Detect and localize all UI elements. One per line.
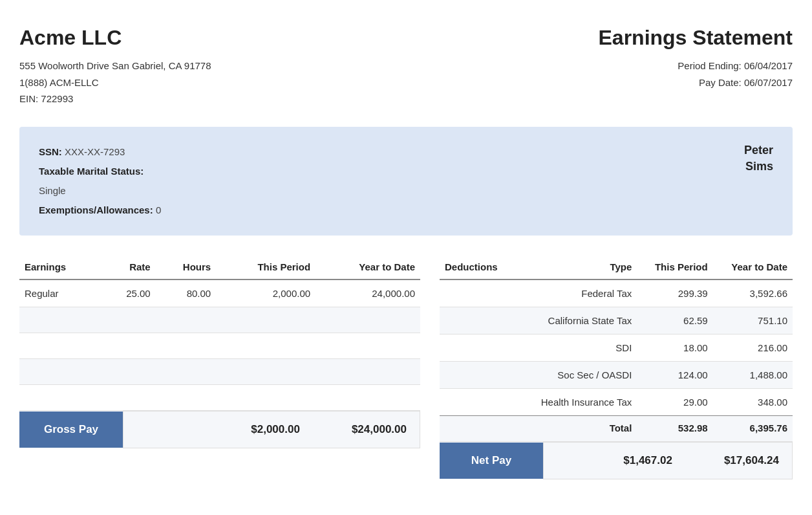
earnings-this-period: 2,000.00	[216, 279, 315, 307]
ded-total-this-period: 532.98	[637, 415, 712, 441]
earnings-ytd: 24,000.00	[315, 279, 420, 307]
net-pay-label: Net Pay	[440, 443, 543, 479]
deductions-header-row: Deductions Type This Period Year to Date	[440, 255, 793, 279]
marital-value: Single	[39, 181, 161, 201]
table-row: California State Tax 62.59 751.10	[440, 307, 793, 334]
gross-pay-ytd: $24,000.00	[352, 423, 407, 436]
table-row-empty4	[19, 384, 420, 410]
table-row-empty2	[19, 333, 420, 358]
earnings-header-row: Earnings Rate Hours This Period Year to …	[19, 255, 420, 279]
table-row: Federal Tax 299.39 3,592.66	[440, 279, 793, 307]
earnings-rate: 25.00	[101, 279, 155, 307]
deductions-table: Deductions Type This Period Year to Date…	[440, 255, 793, 442]
employee-name-line2: Sims	[744, 159, 773, 175]
ded-ytd: 348.00	[713, 388, 793, 415]
company-name: Acme LLC	[19, 26, 211, 50]
earnings-hours: 80.00	[156, 279, 217, 307]
ded-total-label: Total	[515, 415, 637, 441]
ded-this-period: 18.00	[637, 334, 712, 361]
employee-name: Peter Sims	[744, 142, 773, 175]
deductions-footer: Net Pay $1,467.02 $17,604.24	[440, 442, 793, 479]
deductions-col-type: Type	[515, 255, 637, 279]
earnings-col-earnings: Earnings	[19, 255, 101, 279]
earnings-footer: Gross Pay $2,000.00 $24,000.00	[19, 411, 420, 448]
ssn-label: SSN:	[39, 146, 62, 157]
net-pay-this-period: $1,467.02	[623, 454, 672, 467]
earnings-col-hours: Hours	[156, 255, 217, 279]
tables-section: Earnings Rate Hours This Period Year to …	[19, 255, 793, 479]
earnings-type: Regular	[19, 279, 101, 307]
earnings-col-rate: Rate	[101, 255, 155, 279]
ded-this-period: 29.00	[637, 388, 712, 415]
gross-pay-label: Gross Pay	[19, 411, 123, 448]
ded-total-ytd: 6,395.76	[713, 415, 793, 441]
ded-type: California State Tax	[515, 307, 637, 334]
ded-type: SDI	[515, 334, 637, 361]
employee-details: SSN: XXX-XX-7293 Taxable Marital Status:…	[39, 142, 161, 220]
gross-pay-this-period: $2,000.00	[251, 423, 300, 436]
ded-blank	[440, 334, 515, 361]
deductions-col-deductions: Deductions	[440, 255, 515, 279]
ssn-value: XXX-XX-7293	[65, 146, 125, 157]
earnings-table: Earnings Rate Hours This Period Year to …	[19, 255, 420, 411]
deductions-section: Deductions Type This Period Year to Date…	[440, 255, 793, 479]
statement-info: Earnings Statement Period Ending: 06/04/…	[598, 26, 793, 91]
ded-ytd: 216.00	[713, 334, 793, 361]
exemptions-label: Exemptions/Allowances:	[39, 204, 153, 215]
employee-box: SSN: XXX-XX-7293 Taxable Marital Status:…	[19, 127, 793, 236]
ded-ytd: 751.10	[713, 307, 793, 334]
ded-this-period: 62.59	[637, 307, 712, 334]
ded-total-blank	[440, 415, 515, 441]
company-phone: 1(888) ACM-ELLC	[19, 74, 211, 91]
earnings-col-this-period: This Period	[216, 255, 315, 279]
ded-blank	[440, 307, 515, 334]
table-row-empty3	[19, 358, 420, 384]
table-row: SDI 18.00 216.00	[440, 334, 793, 361]
pay-date: Pay Date: 06/07/2017	[598, 74, 793, 91]
ded-this-period: 124.00	[637, 361, 712, 388]
table-row: Health Insurance Tax 29.00 348.00	[440, 388, 793, 415]
ded-blank	[440, 388, 515, 415]
company-info: Acme LLC 555 Woolworth Drive San Gabriel…	[19, 26, 211, 107]
ded-type: Health Insurance Tax	[515, 388, 637, 415]
table-row: Soc Sec / OASDI 124.00 1,488.00	[440, 361, 793, 388]
marital-label: Taxable Marital Status:	[39, 166, 144, 177]
earnings-col-ytd: Year to Date	[315, 255, 420, 279]
company-ein: EIN: 722993	[19, 91, 211, 107]
ded-ytd: 1,488.00	[713, 361, 793, 388]
ded-type: Federal Tax	[515, 279, 637, 307]
ded-blank	[440, 279, 515, 307]
table-row: Regular 25.00 80.00 2,000.00 24,000.00	[19, 279, 420, 307]
gross-pay-values: $2,000.00 $24,000.00	[123, 411, 420, 448]
earnings-section: Earnings Rate Hours This Period Year to …	[19, 255, 420, 479]
ded-blank	[440, 361, 515, 388]
statement-title: Earnings Statement	[598, 26, 793, 50]
ded-this-period: 299.39	[637, 279, 712, 307]
table-row-empty	[19, 307, 420, 333]
period-ending: Period Ending: 06/04/2017	[598, 58, 793, 74]
page-header: Acme LLC 555 Woolworth Drive San Gabriel…	[19, 26, 793, 107]
exemptions-value: 0	[156, 204, 161, 215]
ded-ytd: 3,592.66	[713, 279, 793, 307]
employee-name-line1: Peter	[744, 142, 773, 159]
deductions-col-this-period: This Period	[637, 255, 712, 279]
deductions-total-row: Total 532.98 6,395.76	[440, 415, 793, 441]
deductions-col-ytd: Year to Date	[713, 255, 793, 279]
net-pay-values: $1,467.02 $17,604.24	[543, 442, 793, 479]
net-pay-ytd: $17,604.24	[724, 454, 779, 467]
company-address: 555 Woolworth Drive San Gabriel, CA 9177…	[19, 58, 211, 74]
ded-type: Soc Sec / OASDI	[515, 361, 637, 388]
